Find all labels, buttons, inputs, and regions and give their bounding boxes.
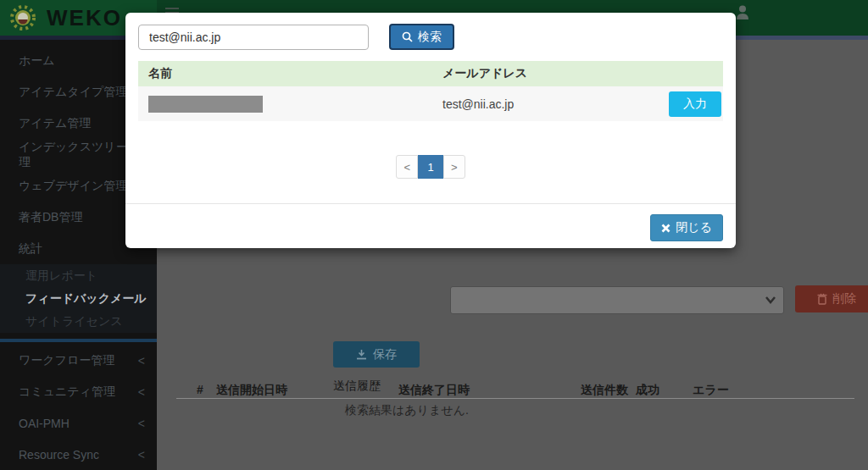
history-col-count: 送信件数 [581, 383, 628, 398]
no-results-text: 検索結果はありません. [345, 403, 469, 418]
history-col-success: 成功 [636, 383, 659, 398]
chevron-left-icon: < [138, 448, 145, 462]
sidebar-item-feedback-mail[interactable]: フィードバックメール [0, 287, 157, 310]
chevron-left-icon: < [138, 354, 145, 368]
sidebar-item-resource-sync[interactable]: Resource Sync < [0, 439, 157, 470]
pagination: < 1 > [138, 155, 723, 179]
chevron-down-icon [765, 296, 776, 304]
user-email-cell: test@nii.ac.jp [432, 86, 626, 121]
col-header-email: メールアドレス [432, 61, 626, 86]
save-button[interactable]: 保存 [333, 341, 420, 368]
sidebar-item-oai-pmh[interactable]: OAI-PMH < [0, 407, 157, 439]
close-modal-button[interactable]: 閉じる [650, 214, 723, 241]
pagination-prev-button[interactable]: < [396, 155, 418, 179]
active-section-indicator [0, 339, 157, 342]
user-menu-icon[interactable] [734, 3, 754, 24]
sidebar-item-community[interactable]: コミュニティ管理 < [0, 376, 157, 407]
modal-footer: 閉じる [125, 203, 736, 248]
delete-button[interactable]: 削除 [795, 285, 868, 312]
chevron-left-icon: < [138, 385, 145, 399]
history-col-error: エラー [693, 383, 729, 398]
search-button[interactable]: 検索 [389, 24, 454, 50]
brand-title: WEKO [47, 5, 122, 31]
chevron-left-icon: < [138, 417, 145, 430]
user-results-table: 名前 メールアドレス test@nii.ac.jp 入力 [138, 61, 723, 121]
weko-sun-icon [7, 3, 39, 32]
redacted-username [148, 96, 263, 113]
send-history-title: 送信履歴 [333, 379, 381, 394]
history-col-number: # [197, 383, 203, 396]
col-header-name: 名前 [138, 61, 432, 86]
statistics-submenu: 運用レポート フィードバックメール サイトライセンス [0, 264, 157, 333]
history-col-start: 送信開始日時 [216, 383, 287, 398]
recipient-select[interactable] [450, 286, 784, 314]
trash-icon [817, 293, 827, 305]
select-user-button[interactable]: 入力 [669, 91, 721, 117]
history-table-divider [176, 398, 854, 399]
history-col-end: 送信終了日時 [398, 383, 470, 398]
save-icon [356, 349, 367, 360]
email-search-input[interactable] [138, 25, 369, 50]
sidebar-item-workflow[interactable]: ワークフロー管理 < [0, 345, 157, 376]
user-search-modal: 検索 名前 メールアドレス test@nii.ac.jp 入力 < [125, 13, 736, 248]
table-row: test@nii.ac.jp 入力 [138, 86, 723, 121]
search-icon [402, 31, 413, 42]
pagination-page-1[interactable]: 1 [418, 155, 443, 179]
pagination-next-button[interactable]: > [443, 155, 465, 179]
sidebar-item-operation-report[interactable]: 運用レポート [0, 264, 157, 287]
close-x-icon [661, 224, 670, 233]
sidebar-item-site-license[interactable]: サイトライセンス [0, 310, 157, 333]
